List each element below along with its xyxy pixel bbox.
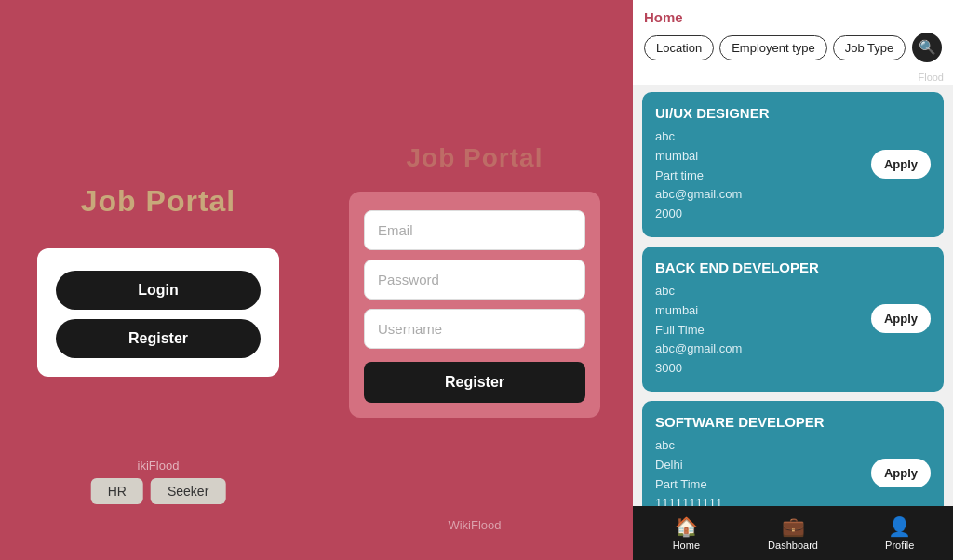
screen-register: Job Portal Register WikiFlood — [316, 0, 633, 560]
filter-location-button[interactable]: Location — [644, 35, 714, 60]
seeker-role-button[interactable]: Seeker — [151, 478, 225, 504]
brand-label: ikiFlood — [138, 459, 180, 473]
screen2-brand: WikiFlood — [448, 518, 501, 532]
apply-button-0[interactable]: Apply — [871, 150, 931, 179]
job-detail-1: abc mumbai Full Time abc@gmail.com 3000 — [655, 282, 819, 379]
job-info-2: SOFTWARE DEVELOPER abc Delhi Part Time 1… — [655, 414, 825, 506]
job-list: UI/UX DESIGNER abc mumbai Part time abc@… — [633, 85, 953, 506]
search-button[interactable]: 🔍 — [912, 33, 942, 62]
app-title-screen2: Job Portal — [407, 143, 544, 173]
apply-button-2[interactable]: Apply — [871, 459, 931, 487]
hr-role-button[interactable]: HR — [91, 478, 143, 504]
job-info-0: UI/UX DESIGNER abc mumbai Part time abc@… — [655, 105, 770, 224]
landing-modal: Login Register — [37, 248, 279, 377]
email-field[interactable] — [364, 210, 585, 250]
role-buttons: HR Seeker — [91, 478, 226, 504]
nav-home[interactable]: 🏠 Home — [633, 515, 740, 551]
login-button[interactable]: Login — [56, 271, 261, 310]
job-title-2: SOFTWARE DEVELOPER — [655, 414, 825, 431]
job-detail-2: abc Delhi Part Time 1111111111 100000 — [655, 436, 825, 506]
screen-landing: Job Portal Login Register ikiFlood HR Se… — [0, 0, 316, 560]
screen3-watermark: Flood — [633, 70, 953, 85]
nav-dashboard-label: Dashboard — [768, 540, 818, 551]
filter-row: Location Employent type Job Type 🔍 — [644, 33, 942, 62]
nav-home-label: Home — [673, 540, 700, 551]
job-card-2: SOFTWARE DEVELOPER abc Delhi Part Time 1… — [642, 401, 944, 506]
job-card-0: UI/UX DESIGNER abc mumbai Part time abc@… — [642, 92, 944, 237]
username-field[interactable] — [364, 309, 585, 349]
nav-profile-label: Profile — [885, 540, 914, 551]
profile-nav-icon: 👤 — [888, 515, 911, 538]
home-nav-icon: 🏠 — [675, 515, 698, 538]
nav-dashboard[interactable]: 💼 Dashboard — [740, 515, 847, 551]
register-modal: Register — [349, 192, 600, 418]
watermark-area: ikiFlood HR Seeker — [91, 459, 226, 504]
filter-employment-button[interactable]: Employent type — [719, 35, 827, 60]
home-header: Home Location Employent type Job Type 🔍 — [633, 0, 953, 70]
screen-home: Home Location Employent type Job Type 🔍 … — [633, 0, 953, 560]
job-title-1: BACK END DEVELOPER — [655, 260, 819, 276]
filter-jobtype-button[interactable]: Job Type — [833, 35, 906, 60]
job-title-0: UI/UX DESIGNER — [655, 105, 770, 122]
job-detail-0: abc mumbai Part time abc@gmail.com 2000 — [655, 127, 770, 224]
password-field[interactable] — [364, 260, 585, 300]
bottom-nav: 🏠 Home 💼 Dashboard 👤 Profile — [633, 506, 953, 560]
search-icon: 🔍 — [919, 39, 936, 56]
job-info-1: BACK END DEVELOPER abc mumbai Full Time … — [655, 260, 819, 379]
register-submit-button[interactable]: Register — [364, 362, 585, 403]
dashboard-nav-icon: 💼 — [782, 515, 805, 538]
register-button[interactable]: Register — [56, 319, 261, 358]
home-label: Home — [644, 9, 942, 25]
apply-button-1[interactable]: Apply — [871, 304, 931, 333]
job-card-1: BACK END DEVELOPER abc mumbai Full Time … — [642, 247, 944, 392]
nav-profile[interactable]: 👤 Profile — [846, 515, 953, 551]
app-title-screen1: Job Portal — [81, 184, 235, 219]
